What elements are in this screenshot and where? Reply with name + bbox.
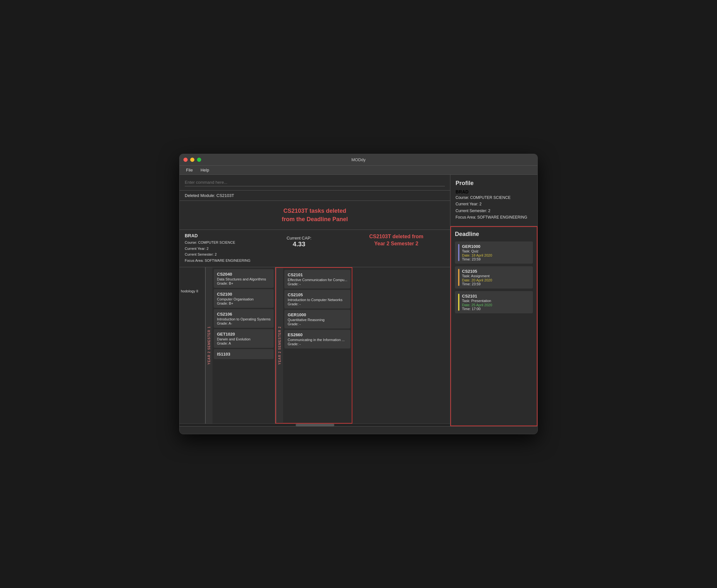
- semester-1-modules: CS2040 Data Structures and Algorithms Gr…: [212, 267, 275, 424]
- left-panel: Deleted Module: CS2103T CS2103T tasks de…: [180, 175, 450, 426]
- annotation-text-2-line1: CS2103T deleted from: [369, 233, 423, 240]
- profile-name: BRAD: [456, 189, 532, 194]
- profile-section: Profile BRAD Course: COMPUTER SCIENCE Cu…: [450, 175, 537, 226]
- cap-area: Current CAP: 4.33: [251, 233, 348, 248]
- right-panel: Profile BRAD Course: COMPUTER SCIENCE Cu…: [450, 175, 537, 426]
- module-card-cs2106[interactable]: CS2106 Introduction to Operating Systems…: [214, 309, 274, 328]
- module-card-is1103[interactable]: IS1103: [214, 349, 274, 359]
- profile-semester: Current Semester: 2: [456, 208, 532, 214]
- deadline-content-ger1000: GER1000 Task: Quiz Date: 18 April 2020 T…: [462, 244, 492, 261]
- maximize-button[interactable]: [197, 158, 201, 162]
- annotation-text-1-line2: from the Deadline Panel: [282, 215, 348, 224]
- title-bar: MODdy: [180, 154, 537, 166]
- module-card-cs2100[interactable]: CS2100 Computer Organisation Grade: B+: [214, 289, 274, 308]
- partial-col: hodology II: [180, 267, 205, 424]
- horizontal-scrollbar[interactable]: [180, 424, 450, 426]
- app-window: MODdy File Help Deleted Module: CS2103T …: [179, 154, 538, 434]
- minimize-button[interactable]: [190, 158, 194, 162]
- scroll-thumb[interactable]: [296, 424, 334, 426]
- annotation-text-2-line2: Year 2 Semester 2: [369, 240, 423, 247]
- deadline-bar-ger1000: [458, 244, 459, 261]
- annotation-area-2: CS2103T deleted from Year 2 Semester 2: [347, 233, 445, 248]
- deadline-bar-cs2101: [458, 294, 459, 311]
- info-row: BRAD Course: COMPUTER SCIENCE Current Ye…: [180, 230, 450, 267]
- command-input[interactable]: [185, 178, 445, 186]
- menu-file[interactable]: File: [185, 167, 194, 173]
- annotation-area-1: CS2103T tasks deleted from the Deadline …: [180, 201, 450, 230]
- semester-1-col: YEAR 2 SEMESTER 1 CS2040 Data Structures…: [205, 267, 275, 424]
- profile-course: Course: COMPUTER SCIENCE: [456, 194, 532, 201]
- command-area: [180, 175, 450, 190]
- semester-2-modules: CS2101 Effective Communication for Compu…: [283, 268, 352, 423]
- deleted-module-bar: Deleted Module: CS2103T: [180, 190, 450, 201]
- semester-1-label: YEAR 2 SEMESTER 1: [205, 267, 212, 424]
- semester-2-col: YEAR 2 SEMESTER 2 CS2101 Effective Commu…: [275, 267, 352, 424]
- deadline-section: Deadline GER1000 Task: Quiz Date: 18 Apr…: [450, 226, 537, 426]
- semester-2-label: YEAR 2 SEMESTER 2: [276, 268, 283, 423]
- profile-focus: Focus Area: SOFTWARE ENGINEERING: [456, 214, 532, 220]
- deadline-item-cs2105[interactable]: CS2105 Task: Assignment Date: 20 April 2…: [455, 266, 533, 289]
- annotation-text-1-line1: CS2103T tasks deleted: [282, 207, 348, 215]
- deadline-content-cs2105: CS2105 Task: Assignment Date: 20 April 2…: [462, 269, 492, 286]
- student-profile-panel: BRAD Course: COMPUTER SCIENCE Current Ye…: [185, 233, 251, 264]
- module-card-cs2105[interactable]: CS2105 Introduction to Computer Networks…: [284, 290, 351, 309]
- module-card-cs2101[interactable]: CS2101 Effective Communication for Compu…: [284, 270, 351, 289]
- deadline-bar-cs2105: [458, 269, 459, 286]
- bottom-bar: [180, 426, 537, 434]
- menu-help[interactable]: Help: [199, 167, 211, 173]
- window-title: MODdy: [352, 157, 365, 162]
- profile-year: Current Year: 2: [456, 201, 532, 207]
- window-controls: [184, 158, 201, 162]
- deadline-item-cs2101[interactable]: CS2101 Task: Presentation Date: 25 April…: [455, 291, 533, 313]
- profile-title: Profile: [456, 180, 532, 187]
- semester-columns: hodology II YEAR 2 SEMESTER 1 CS2040 Dat…: [180, 267, 450, 424]
- module-card-ger1000[interactable]: GER1000 Quantitative Reasoning Grade: -: [284, 310, 351, 329]
- module-card-get1020[interactable]: GET1020 Darwin and Evolution Grade: A: [214, 329, 274, 348]
- deadline-item-ger1000[interactable]: GER1000 Task: Quiz Date: 18 April 2020 T…: [455, 241, 533, 264]
- module-card-es2660[interactable]: ES2660 Communicating in the Information …: [284, 330, 351, 349]
- menu-bar: File Help: [180, 166, 537, 175]
- deadline-content-cs2101: CS2101 Task: Presentation Date: 25 April…: [462, 294, 492, 311]
- deadline-title: Deadline: [455, 231, 533, 237]
- module-card-cs2040[interactable]: CS2040 Data Structures and Algorithms Gr…: [214, 269, 274, 288]
- close-button[interactable]: [184, 158, 188, 162]
